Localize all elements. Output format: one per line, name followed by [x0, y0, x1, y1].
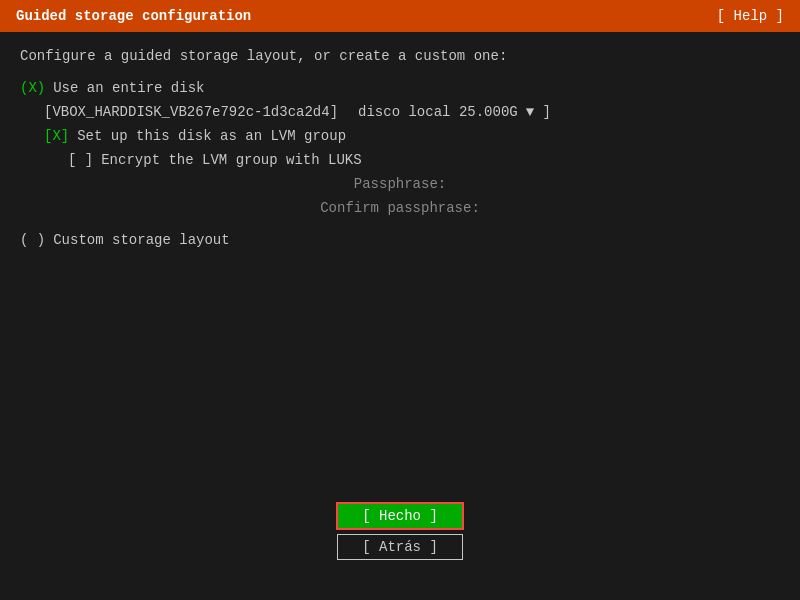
- custom-layout-radio: ( ): [20, 232, 45, 248]
- title-bar-title: Guided storage configuration: [16, 8, 251, 24]
- lvm-group-option[interactable]: [X] Set up this disk as an LVM group: [44, 128, 780, 144]
- passphrase-row: Passphrase:: [20, 176, 780, 192]
- content-area: Configure a guided storage layout, or cr…: [0, 32, 800, 264]
- buttons-area: [ Hecho ] [ Atrás ]: [0, 502, 800, 560]
- disk-info: disco local 25.000G: [358, 104, 518, 120]
- custom-layout-label: Custom storage layout: [53, 232, 229, 248]
- help-button[interactable]: [ Help ]: [717, 8, 784, 24]
- encrypt-label: Encrypt the LVM group with LUKS: [101, 152, 361, 168]
- use-entire-disk-label: Use an entire disk: [53, 80, 204, 96]
- subtitle: Configure a guided storage layout, or cr…: [20, 48, 780, 64]
- use-entire-disk-radio: (X): [20, 80, 45, 96]
- hecho-button[interactable]: [ Hecho ]: [336, 502, 464, 530]
- atras-button[interactable]: [ Atrás ]: [337, 534, 463, 560]
- passphrase-label: Passphrase:: [354, 176, 446, 192]
- encrypt-option[interactable]: [ ] Encrypt the LVM group with LUKS: [68, 152, 780, 168]
- lvm-group-checkbox: [X]: [44, 128, 69, 144]
- title-bar: Guided storage configuration [ Help ]: [0, 0, 800, 32]
- custom-layout-option[interactable]: ( ) Custom storage layout: [20, 232, 780, 248]
- confirm-passphrase-row: Confirm passphrase:: [20, 200, 780, 216]
- disk-bracket-open: [: [44, 104, 52, 120]
- disk-bracket-close: ]: [330, 104, 338, 120]
- use-entire-disk-option[interactable]: (X) Use an entire disk: [20, 80, 780, 96]
- disk-selector-row[interactable]: [ VBOX_HARDDISK_VB267e792c-1d3ca2d4 ] di…: [44, 104, 780, 120]
- disk-dropdown-icon[interactable]: ▼ ]: [526, 104, 551, 120]
- disk-name: VBOX_HARDDISK_VB267e792c-1d3ca2d4: [52, 104, 329, 120]
- confirm-passphrase-label: Confirm passphrase:: [320, 200, 480, 216]
- encrypt-checkbox: [ ]: [68, 152, 93, 168]
- lvm-group-label: Set up this disk as an LVM group: [77, 128, 346, 144]
